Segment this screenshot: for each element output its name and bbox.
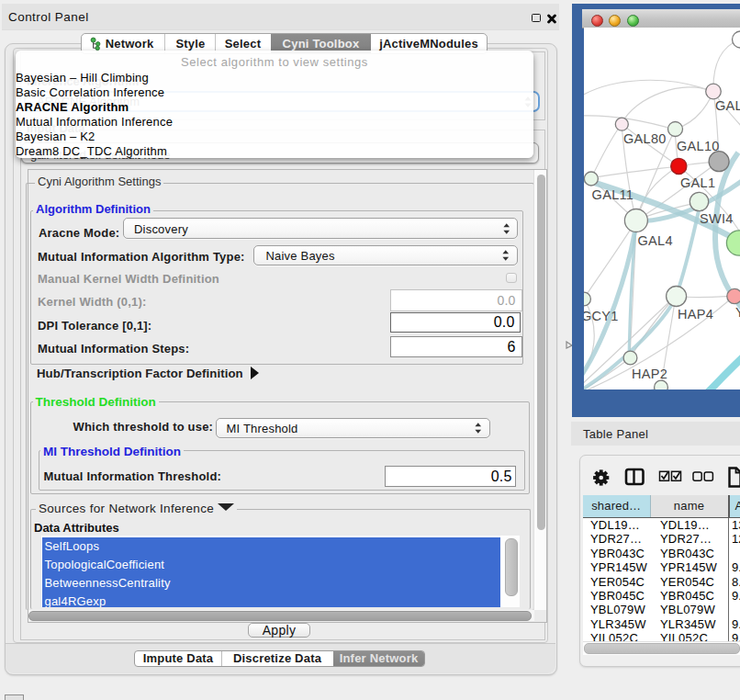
svg-text:GAL11: GAL11 (592, 187, 634, 202)
svg-text:GAL4: GAL4 (638, 233, 673, 248)
svg-text:GAL7: GAL7 (715, 98, 740, 113)
svg-text:GCY1: GCY1 (584, 309, 619, 323)
svg-text:GAL10: GAL10 (677, 139, 720, 153)
svg-text:SWI4: SWI4 (700, 211, 734, 226)
svg-text:Y: Y (735, 305, 740, 320)
svg-text:HAP2: HAP2 (632, 367, 667, 381)
svg-text:GAL1: GAL1 (680, 175, 715, 190)
svg-text:HAP4: HAP4 (678, 307, 713, 322)
svg-text:GAL80: GAL80 (623, 131, 667, 146)
